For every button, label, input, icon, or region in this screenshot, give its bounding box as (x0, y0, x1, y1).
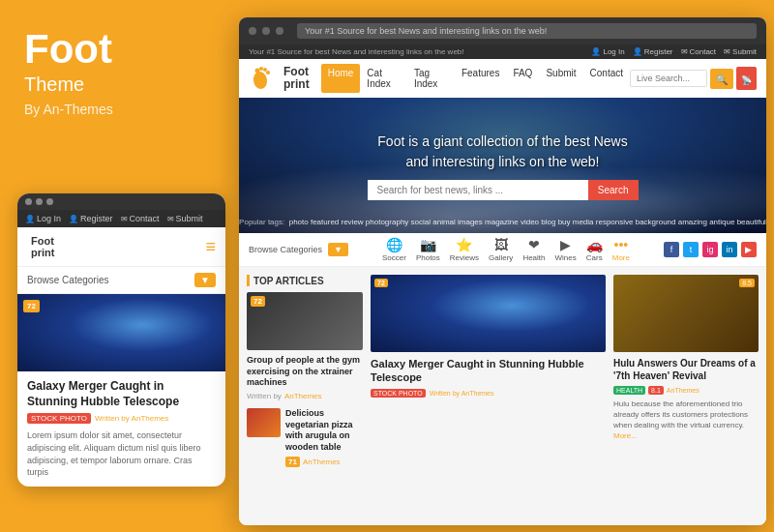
cat-bar-left: Browse Categories ▼ (249, 243, 348, 256)
desktop-dot-1 (249, 27, 256, 35)
nav-contact[interactable]: Contact (583, 64, 630, 93)
hero-search-button[interactable]: Search (588, 180, 639, 200)
top-article-secondary[interactable]: Delicious vegetarian pizza with arugula … (247, 408, 363, 467)
secondary-author: AnThemes (303, 458, 341, 466)
nav-faq[interactable]: FAQ (506, 64, 539, 93)
cat-health[interactable]: ❤ Health (522, 237, 545, 262)
site-logo: Footprint (249, 63, 310, 94)
middle-article-badge: 72 (374, 279, 388, 287)
top-article-main[interactable]: 72 Group of people at the gym exercising… (247, 292, 363, 400)
content-area: TOP ARTICLES 72 Group of people at the g… (239, 267, 766, 525)
top-articles-section: TOP ARTICLES 72 Group of people at the g… (247, 275, 363, 517)
youtube-icon[interactable]: ▶ (741, 242, 757, 257)
site-link-login[interactable]: 👤 Log In (591, 47, 624, 56)
mobile-article-text: Lorem ipsum dolor sit amet, consectetur … (27, 429, 216, 478)
mobile-browse-button[interactable]: ▼ (194, 273, 216, 287)
site-search-button[interactable]: 🔍 (710, 69, 733, 89)
mobile-topbar (17, 193, 225, 210)
cat-cars[interactable]: 🚗 Cars (586, 237, 603, 262)
mobile-nav-submit[interactable]: ✉ Submit (167, 214, 203, 223)
mobile-dot-2 (36, 198, 43, 205)
site-search: 🔍 📡 (630, 67, 757, 90)
linkedin-icon[interactable]: in (722, 242, 737, 257)
rss-icon: 📡 (741, 75, 752, 85)
twitter-icon[interactable]: t (683, 242, 699, 257)
site-top-links: 👤 Log In 👤 Register ✉ Contact ✉ Submit (591, 47, 757, 56)
instagram-icon[interactable]: ig (702, 242, 718, 257)
top-articles-title: TOP ARTICLES (253, 276, 324, 286)
top-article-main-meta: Written by AnThemes (247, 392, 363, 400)
site-link-register[interactable]: 👤 Register (633, 47, 673, 56)
hero-search-input[interactable] (368, 180, 588, 200)
mobile-header: Footprint ≡ (17, 227, 225, 267)
nav-cat-index[interactable]: Cat Index (360, 64, 407, 93)
top-article-secondary-title: Delicious vegetarian pizza with arugula … (285, 408, 363, 454)
hamburger-icon[interactable]: ≡ (205, 237, 216, 257)
mobile-article-badge: 72 (23, 300, 40, 312)
nav-submit[interactable]: Submit (539, 64, 582, 93)
right-article-author: AnThemes (667, 387, 700, 394)
top-article-main-badge: 72 (251, 296, 265, 307)
right-article-text: Hulu because the aforementioned trio alr… (613, 399, 759, 431)
cat-browse-button[interactable]: ▼ (328, 243, 348, 256)
category-bar: Browse Categories ▼ 🌐 Soccer 📷 Photos ⭐ … (239, 233, 766, 267)
top-article-main-image: 72 (247, 292, 363, 350)
brand-panel: Foot Theme By An-Themes 👤 Log In 👤 Regis… (0, 0, 232, 532)
cat-soccer[interactable]: 🌐 Soccer (382, 237, 406, 262)
mobile-browse-label: Browse Categories (27, 275, 108, 285)
mobile-nav-register[interactable]: 👤 Register (69, 214, 113, 223)
nav-features[interactable]: Features (455, 64, 506, 93)
rss-button[interactable]: 📡 (736, 67, 757, 90)
right-tag-num: 8.1 (648, 386, 664, 395)
hero-tags-links: photo featured review photography social… (289, 218, 766, 226)
right-article-tags: HEALTH 8.1 AnThemes (613, 386, 759, 395)
top-article-main-author: AnThemes (284, 392, 322, 400)
hero-search: Search (368, 180, 639, 200)
mobile-logo: Footprint (27, 235, 54, 258)
cat-more[interactable]: ••• More (612, 237, 630, 262)
site-nav-links: Home Cat Index Tag Index Features FAQ Su… (321, 64, 630, 93)
top-articles-header: TOP ARTICLES (247, 275, 363, 286)
mobile-article-title: Galaxy Merger Caught in Stunning Hubble … (27, 379, 216, 409)
right-article-image: 8.5 (613, 275, 759, 352)
mobile-article-author: Written by AnThemes (95, 414, 168, 423)
mobile-mockup: 👤 Log In 👤 Register ✉ Contact ✉ Submit (17, 193, 225, 487)
brand-by: By An-Themes (24, 102, 208, 117)
cat-gallery[interactable]: 🖼 Gallery (489, 237, 513, 262)
secondary-badge: 71 (285, 457, 300, 467)
mobile-browse-bar: Browse Categories ▼ (17, 267, 225, 294)
mobile-dot-3 (46, 198, 53, 205)
cat-wines[interactable]: ▶ Wines (555, 237, 577, 262)
site-link-contact[interactable]: ✉ Contact (681, 47, 717, 56)
middle-article-written: Written by AnThemes (430, 390, 494, 397)
category-icons: 🌐 Soccer 📷 Photos ⭐ Reviews 🖼 Gallery ❤ … (382, 237, 630, 262)
mobile-nav-contact[interactable]: ✉ Contact (121, 214, 160, 223)
desktop-dot-2 (262, 27, 270, 35)
cat-photos[interactable]: 📷 Photos (416, 237, 440, 262)
facebook-icon[interactable]: f (664, 242, 679, 257)
right-article-more[interactable]: More... (613, 431, 759, 440)
middle-article-image: 72 (371, 275, 606, 352)
mobile-logo-text: Footprint (31, 235, 54, 258)
brand-subtitle: Theme (24, 74, 208, 96)
site-hero: Foot is a giant collection of the best N… (239, 98, 766, 233)
nav-home[interactable]: Home (321, 64, 361, 93)
desktop-topbar: Your #1 Source for best News and interes… (239, 17, 766, 44)
mobile-dot-1 (25, 198, 32, 205)
top-article-secondary-image (247, 408, 281, 437)
site-link-submit[interactable]: ✉ Submit (724, 47, 757, 56)
mobile-nav-login[interactable]: 👤 Log In (25, 214, 61, 223)
hero-text: Foot is a giant collection of the best N… (377, 132, 627, 172)
search-icon: 🔍 (716, 74, 728, 85)
middle-article-tag: STOCK PHOTO (371, 389, 426, 398)
desktop-dot-3 (276, 27, 283, 35)
cat-reviews[interactable]: ⭐ Reviews (450, 237, 479, 262)
desktop-mockup: Your #1 Source for best News and interes… (239, 17, 766, 525)
middle-article-title: Galaxy Merger Caught in Stunning Hubble … (371, 357, 606, 385)
svg-point-6 (255, 69, 260, 74)
nav-tag-index[interactable]: Tag Index (407, 64, 455, 93)
svg-point-7 (259, 67, 263, 71)
svg-point-9 (266, 71, 270, 74)
mobile-article-tag: STOCK PHOTO (27, 413, 91, 424)
site-search-input[interactable] (630, 70, 707, 87)
